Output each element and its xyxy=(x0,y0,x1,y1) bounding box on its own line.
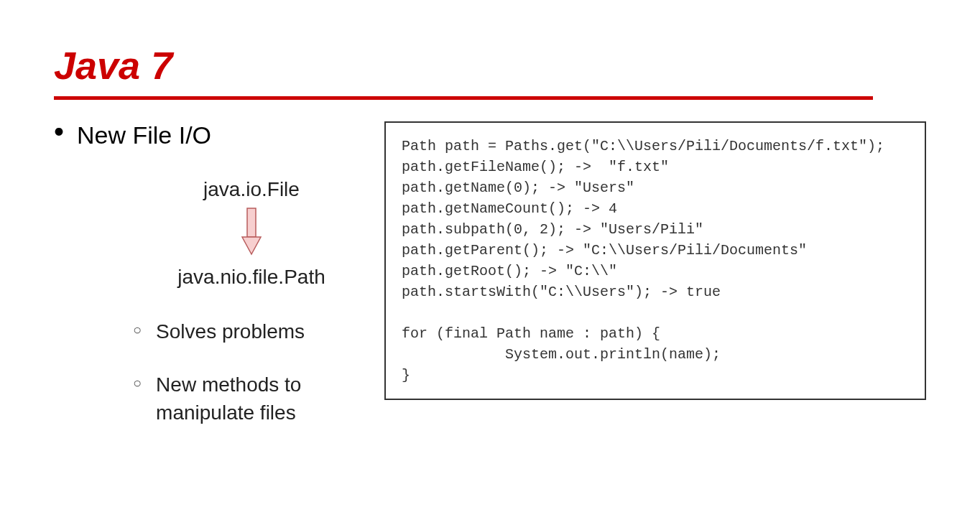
circle-bullet-icon: ○ xyxy=(133,317,142,342)
transition-diagram: java.io.File java.nio.file.Path xyxy=(54,178,363,289)
bullet-dot-icon: • xyxy=(54,121,64,141)
left-column: • New File I/O java.io.File java.nio.fil… xyxy=(54,121,363,452)
down-arrow-icon xyxy=(239,207,264,257)
sub-bullets-list: ○ Solves problems ○ New methods to manip… xyxy=(54,317,363,427)
diagram-top-text: java.io.File xyxy=(140,178,363,201)
sub-bullet-text: New methods to manipulate files xyxy=(156,371,363,427)
diagram-bottom-text: java.nio.file.Path xyxy=(140,266,363,289)
main-bullet-text: New File I/O xyxy=(77,121,211,149)
main-bullet-row: • New File I/O xyxy=(54,121,363,149)
sub-bullet-row: ○ New methods to manipulate files xyxy=(133,371,363,427)
svg-marker-1 xyxy=(242,237,261,254)
sub-bullet-row: ○ Solves problems xyxy=(133,317,363,345)
slide-title: Java 7 xyxy=(54,43,926,88)
circle-bullet-icon: ○ xyxy=(133,371,142,395)
arrow-container xyxy=(140,207,363,257)
sub-bullet-text: Solves problems xyxy=(156,317,305,345)
code-example-box: Path path = Paths.get("C:\\Users/Pili/Do… xyxy=(384,121,926,400)
title-underline xyxy=(54,96,873,100)
svg-rect-0 xyxy=(247,208,256,237)
content-area: • New File I/O java.io.File java.nio.fil… xyxy=(54,121,926,452)
